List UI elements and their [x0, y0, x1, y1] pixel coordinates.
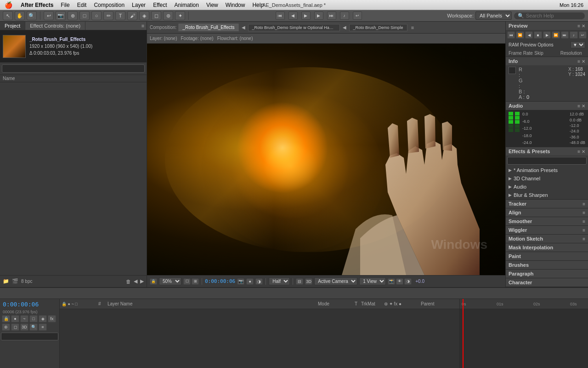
scroll-right-icon[interactable]: ▶ [140, 278, 144, 284]
delete-icon[interactable]: 🗑 [126, 279, 131, 284]
transport-next-frame[interactable]: ⏭ [327, 12, 336, 20]
effect-group-3d-header[interactable]: ▶ 3D Channel [506, 175, 588, 182]
prev-play[interactable]: ▶ [543, 31, 551, 39]
transport-step-fwd[interactable]: ▶ [314, 12, 323, 20]
tool-brush[interactable]: 🖌 [127, 11, 137, 20]
timeline-search-input[interactable] [3, 334, 40, 339]
tl-btn-quality[interactable]: ◈ [39, 315, 47, 322]
vc-show-snapshot[interactable]: 👁 [396, 278, 403, 285]
preview-header[interactable]: Preview ≡ ✕ [506, 22, 588, 30]
brushes-header[interactable]: Brushes [506, 261, 588, 269]
vc-toggle[interactable]: ☐ [183, 278, 191, 285]
comp-tab-main[interactable]: _Roto Brush_Full_Effects [178, 23, 238, 31]
effect-menu[interactable]: Effect [149, 0, 170, 10]
info-close-icon[interactable]: ✕ [582, 59, 585, 64]
tool-select[interactable]: ↖ [3, 11, 13, 20]
tool-pen[interactable]: ✏ [103, 11, 113, 20]
prev-loop[interactable]: ↩ [579, 31, 587, 39]
vc-view-select[interactable]: 1 View [359, 277, 386, 285]
wiggler-header[interactable]: Wiggler ≡ [506, 226, 588, 234]
comp-panel-menu[interactable]: ≡ [411, 25, 414, 30]
tool-camera[interactable]: 📷 [56, 11, 66, 20]
audio-header[interactable]: Audio ≡ ✕ [506, 102, 588, 110]
tool-puppet[interactable]: ✦ [175, 11, 185, 20]
comp-tab-arrow-2[interactable]: ◀ [342, 25, 347, 30]
comp-tab-2[interactable]: _Roto Brush_Demo Simple w Optional Hand … [248, 24, 340, 31]
tl-btn-adjustment[interactable]: ◻ [11, 323, 19, 331]
tl-btn-search[interactable]: 🔍 [29, 323, 38, 331]
mask-interp-header[interactable]: Mask Interpolation [506, 243, 588, 252]
tl-btn-solo[interactable]: ● [11, 315, 19, 322]
smoother-settings-icon[interactable]: ≡ [582, 219, 585, 224]
effect-group-blur-header[interactable]: ▶ Blur & Sharpen [506, 191, 588, 199]
vc-camera-select[interactable]: Active Camera [314, 277, 357, 285]
comp-tab-3[interactable]: _Roto Brush_Demo Simple [349, 24, 407, 31]
tool-roto[interactable]: ⊛ [163, 11, 173, 20]
layer-menu[interactable]: Layer [128, 0, 149, 10]
smoother-header[interactable]: Smoother ≡ [506, 217, 588, 225]
effects-header[interactable]: Effects & Presets ≡ ✕ [506, 147, 588, 155]
playhead[interactable] [463, 299, 464, 368]
scroll-left-icon[interactable]: ◀ [134, 278, 137, 284]
tab-effect-controls[interactable]: Effect Controls: (none) [25, 22, 85, 30]
project-search-input[interactable] [2, 64, 145, 73]
audio-settings-icon[interactable]: ≡ [577, 104, 580, 109]
tl-btn-motion-blur[interactable]: ⊛ [2, 323, 10, 331]
vc-3d[interactable]: 3D [305, 278, 312, 285]
transport-step-back[interactable]: ◀ [288, 12, 298, 20]
tab-project[interactable]: Project [0, 22, 25, 30]
vc-safe-areas[interactable]: ⊟ [296, 278, 303, 285]
prev-last-frame[interactable]: ⏭ [561, 31, 569, 39]
effects-settings-icon[interactable]: ≡ [577, 149, 580, 154]
wiggler-settings-icon[interactable]: ≡ [582, 228, 585, 233]
window-menu[interactable]: Window [222, 0, 249, 10]
vc-exposure[interactable]: ◑ [255, 278, 263, 285]
info-settings-icon[interactable]: ≡ [577, 59, 580, 64]
tl-btn-collapse[interactable]: □ [29, 315, 38, 322]
new-comp-icon[interactable]: 🎬 [12, 278, 18, 284]
tl-btn-shy[interactable]: ~ [20, 315, 28, 322]
animation-menu[interactable]: Animation [171, 0, 203, 10]
file-menu[interactable]: File [57, 0, 73, 10]
transport-prev-frame[interactable]: ⏮ [276, 12, 285, 20]
effect-group-animation-header[interactable]: ▶ * Animation Presets [506, 167, 588, 174]
tracker-settings-icon[interactable]: ≡ [582, 201, 585, 207]
tool-mask-rect[interactable]: □ [79, 11, 90, 20]
paragraph-header[interactable]: Paragraph [506, 270, 588, 278]
effects-search[interactable] [506, 155, 588, 166]
align-header[interactable]: Align ≡ [506, 208, 588, 217]
transport-audio[interactable]: ♪ [340, 12, 349, 20]
vc-camera-icon[interactable]: 📷 [237, 278, 244, 285]
tool-eraser[interactable]: ◻ [151, 11, 161, 20]
prev-audio[interactable]: ♪ [570, 31, 577, 39]
motion-sketch-settings-icon[interactable]: ≡ [582, 236, 585, 242]
vc-grid[interactable]: ⊞ [192, 278, 199, 285]
timeline-search[interactable] [1, 333, 58, 340]
tl-btn-comment[interactable]: ≡ [39, 323, 47, 331]
vc-zoom-select[interactable]: 50% [159, 277, 181, 285]
effects-search-input[interactable] [507, 157, 587, 165]
app-name-menu[interactable]: After Effects [17, 0, 57, 10]
composition-menu[interactable]: Composition [90, 0, 128, 10]
effects-close-icon[interactable]: ✕ [582, 149, 585, 154]
audio-close-icon[interactable]: ✕ [582, 104, 585, 109]
prev-stop[interactable]: ■ [534, 31, 542, 39]
info-header[interactable]: Info ≡ ✕ [506, 57, 588, 65]
prev-play-back[interactable]: ◀ [525, 31, 533, 39]
tracker-header[interactable]: Tracker ≡ [506, 200, 588, 208]
prev-first-frame[interactable]: ⏮ [507, 31, 515, 39]
tool-mask-ellipse[interactable]: ○ [91, 11, 102, 20]
tool-zoom[interactable]: 🔍 [27, 11, 37, 20]
character-header[interactable]: Character [506, 278, 588, 287]
tl-btn-effects[interactable]: fx [48, 315, 56, 322]
new-folder-icon[interactable]: 📁 [3, 278, 9, 284]
project-search[interactable] [0, 63, 147, 75]
view-menu[interactable]: View [203, 0, 222, 10]
tool-clone[interactable]: ◈ [139, 11, 149, 20]
paint-header[interactable]: Paint [506, 252, 588, 260]
vc-show-channel[interactable]: ◑ [404, 278, 412, 285]
effect-group-audio-header[interactable]: ▶ Audio [506, 183, 588, 190]
panel-menu-icon[interactable]: ≡ [139, 22, 147, 30]
ram-options-select[interactable]: ▼ [571, 41, 585, 48]
search-bar[interactable]: 🔍 [514, 12, 585, 20]
